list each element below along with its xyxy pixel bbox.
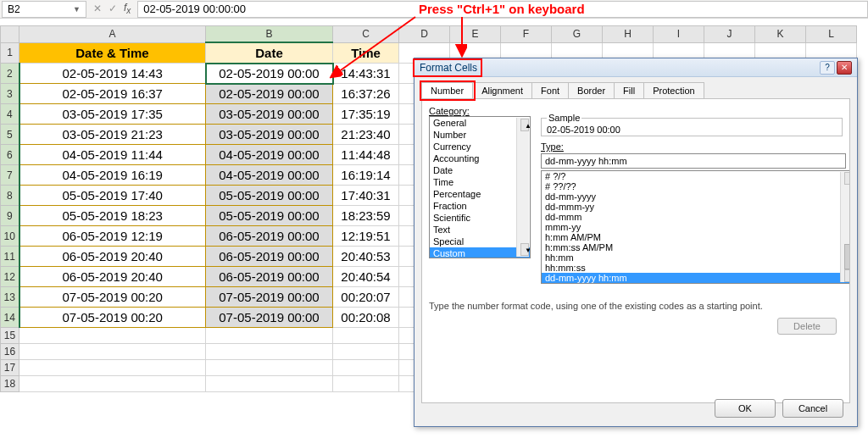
cell-C17[interactable] xyxy=(333,360,399,376)
cell-B9[interactable]: 05-05-2019 00:00 xyxy=(206,206,333,226)
cell-C7[interactable]: 16:19:14 xyxy=(333,165,399,186)
row-header-7[interactable]: 7 xyxy=(1,165,19,186)
row-header-9[interactable]: 9 xyxy=(1,206,19,226)
cell-B1[interactable]: Date xyxy=(206,42,333,64)
type-list-item[interactable]: # ??/?? xyxy=(542,181,850,191)
row-header-2[interactable]: 2 xyxy=(1,64,19,84)
scroll-up-icon[interactable]: ▲ xyxy=(844,172,850,185)
row-header-3[interactable]: 3 xyxy=(1,84,19,104)
tab-font[interactable]: Font xyxy=(531,82,569,98)
chevron-down-icon[interactable]: ▼ xyxy=(73,5,81,14)
close-icon[interactable]: ✕ xyxy=(837,61,852,75)
name-box[interactable]: B2 ▼ xyxy=(2,1,86,18)
row-header-17[interactable]: 17 xyxy=(1,360,19,376)
cell-A17[interactable] xyxy=(19,360,206,376)
category-item[interactable]: Percentage xyxy=(430,188,530,200)
tab-protection[interactable]: Protection xyxy=(643,82,704,98)
cell-B18[interactable] xyxy=(206,376,333,392)
cell-A7[interactable]: 04-05-2019 16:19 xyxy=(19,165,206,186)
category-item[interactable]: Text xyxy=(430,224,530,236)
cell-B11[interactable]: 06-05-2019 00:00 xyxy=(206,247,333,267)
col-header-E[interactable]: E xyxy=(450,26,501,43)
cell-B14[interactable]: 07-05-2019 00:00 xyxy=(206,308,333,328)
type-input[interactable] xyxy=(541,153,846,169)
cell-B13[interactable]: 07-05-2019 00:00 xyxy=(206,287,333,308)
category-list[interactable]: GeneralNumberCurrencyAccountingDateTimeP… xyxy=(429,116,531,258)
cell-C4[interactable]: 17:35:19 xyxy=(333,104,399,125)
cell-A15[interactable] xyxy=(19,328,206,344)
tab-number[interactable]: Number xyxy=(421,82,473,98)
cell-C6[interactable]: 11:44:48 xyxy=(333,145,399,165)
help-icon[interactable]: ? xyxy=(820,61,835,75)
type-list-item[interactable]: h:mm AM/PM xyxy=(542,232,850,242)
cell-B10[interactable]: 06-05-2019 00:00 xyxy=(206,226,333,247)
cell-B5[interactable]: 03-05-2019 00:00 xyxy=(206,125,333,145)
cell-C10[interactable]: 12:19:51 xyxy=(333,226,399,247)
tab-fill[interactable]: Fill xyxy=(614,82,644,98)
type-list-item[interactable]: dd-mm-yyyy xyxy=(542,191,850,202)
row-header-11[interactable]: 11 xyxy=(1,247,19,267)
cell-A13[interactable]: 07-05-2019 00:20 xyxy=(19,287,206,308)
cell-B2[interactable]: 02-05-2019 00:00 xyxy=(206,64,333,84)
cancel-formula-icon[interactable]: ✕ xyxy=(93,3,102,14)
tab-alignment[interactable]: Alignment xyxy=(472,82,532,98)
col-header-G[interactable]: G xyxy=(552,26,603,43)
row-header-5[interactable]: 5 xyxy=(1,125,19,145)
cell-A18[interactable] xyxy=(19,376,206,392)
row-header-13[interactable]: 13 xyxy=(1,287,19,308)
category-item[interactable]: Accounting xyxy=(430,152,530,164)
fx-icon[interactable]: fx xyxy=(124,2,131,15)
cell-A16[interactable] xyxy=(19,344,206,360)
category-item[interactable]: Time xyxy=(430,176,530,188)
cell-C1[interactable]: Time xyxy=(333,42,399,64)
cell-A5[interactable]: 03-05-2019 21:23 xyxy=(19,125,206,145)
cell-A6[interactable]: 04-05-2019 11:44 xyxy=(19,145,206,165)
category-item[interactable]: Currency xyxy=(430,141,530,152)
cell-B7[interactable]: 04-05-2019 00:00 xyxy=(206,165,333,186)
type-list-item[interactable]: hh:mm:ss xyxy=(542,263,850,273)
type-list-item[interactable]: mmm-yy xyxy=(542,222,850,232)
cell-C2[interactable]: 14:43:31 xyxy=(333,64,399,84)
col-header-C[interactable]: C xyxy=(333,26,399,43)
ok-button[interactable]: OK xyxy=(715,399,776,418)
type-list-item[interactable]: h:mm:ss AM/PM xyxy=(542,242,850,252)
category-item[interactable]: Number xyxy=(430,129,530,141)
row-header-16[interactable]: 16 xyxy=(1,344,19,360)
cell-A3[interactable]: 02-05-2019 16:37 xyxy=(19,84,206,104)
cell-C15[interactable] xyxy=(333,328,399,344)
row-header-6[interactable]: 6 xyxy=(1,145,19,165)
col-header-D[interactable]: D xyxy=(399,26,450,43)
cell-B3[interactable]: 02-05-2019 00:00 xyxy=(206,84,333,104)
cell-A12[interactable]: 06-05-2019 20:40 xyxy=(19,267,206,287)
category-item[interactable]: Special xyxy=(430,236,530,247)
cell-B17[interactable] xyxy=(206,360,333,376)
category-item[interactable]: General xyxy=(430,117,530,129)
row-header-10[interactable]: 10 xyxy=(1,226,19,247)
cancel-button[interactable]: Cancel xyxy=(782,399,843,418)
type-list-item[interactable]: hh:mm xyxy=(542,252,850,263)
type-list[interactable]: # ?/?# ??/??dd-mm-yyyydd-mmm-yydd-mmmmmm… xyxy=(541,170,850,284)
cell-A11[interactable]: 06-05-2019 20:40 xyxy=(19,247,206,267)
cell-C12[interactable]: 20:40:54 xyxy=(333,267,399,287)
cell-B8[interactable]: 05-05-2019 00:00 xyxy=(206,186,333,206)
tab-border[interactable]: Border xyxy=(568,82,615,98)
cell-B4[interactable]: 03-05-2019 00:00 xyxy=(206,104,333,125)
row-header-15[interactable]: 15 xyxy=(1,328,19,344)
category-item[interactable]: Fraction xyxy=(430,200,530,212)
cell-C8[interactable]: 17:40:31 xyxy=(333,186,399,206)
category-item[interactable]: Custom xyxy=(430,247,530,258)
cell-A4[interactable]: 03-05-2019 17:35 xyxy=(19,104,206,125)
cell-A8[interactable]: 05-05-2019 17:40 xyxy=(19,186,206,206)
col-header-A[interactable]: A xyxy=(19,26,206,43)
col-header-J[interactable]: J xyxy=(704,26,755,43)
delete-button[interactable]: Delete xyxy=(777,318,837,335)
row-header-14[interactable]: 14 xyxy=(1,308,19,328)
scroll-down-icon[interactable]: ▼ xyxy=(520,243,529,256)
scrollbar[interactable]: ▲ ▼ xyxy=(516,118,529,257)
accept-formula-icon[interactable]: ✓ xyxy=(108,3,117,14)
cell-B15[interactable] xyxy=(206,328,333,344)
type-list-item[interactable]: # ?/? xyxy=(542,171,850,181)
cell-C5[interactable]: 21:23:40 xyxy=(333,125,399,145)
cell-B6[interactable]: 04-05-2019 00:00 xyxy=(206,145,333,165)
col-header-K[interactable]: K xyxy=(755,26,806,43)
